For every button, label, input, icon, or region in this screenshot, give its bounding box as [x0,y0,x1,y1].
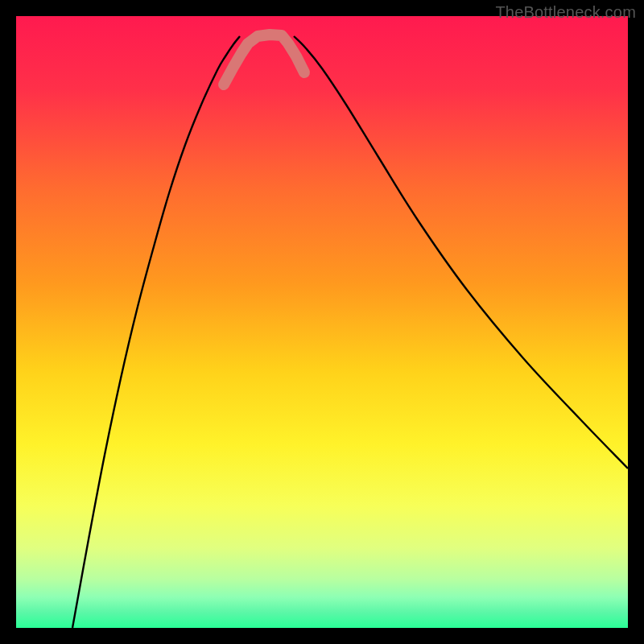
gradient-background [16,16,628,628]
chart-stage: TheBottleneck.com [0,0,644,644]
plot-area [16,16,628,628]
watermark-text: TheBottleneck.com [495,3,636,22]
chart-svg [16,16,628,628]
